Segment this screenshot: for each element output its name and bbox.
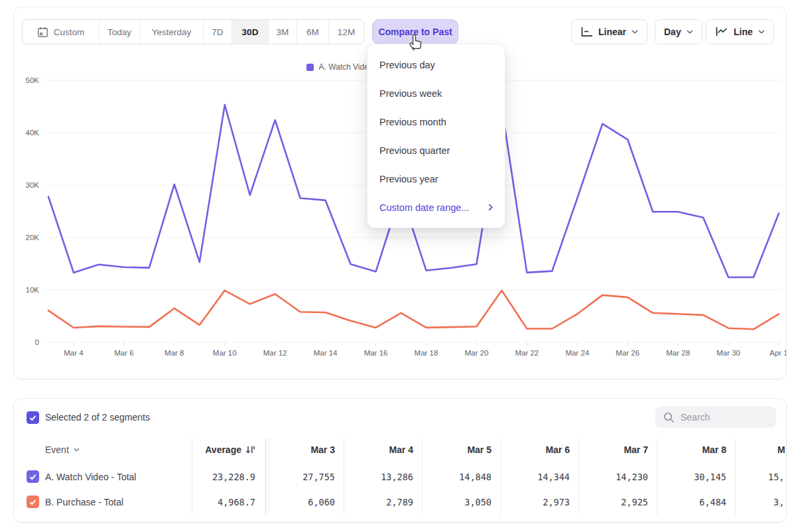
value-cell-clipped: 3, <box>773 496 784 509</box>
checkmark-icon <box>29 474 36 480</box>
svg-text:Apr 1: Apr 1 <box>769 349 786 357</box>
value-cell: 2,973 <box>497 496 570 509</box>
value-cell: 30,145 <box>653 470 726 484</box>
average-cell: 23,228.9 <box>182 470 255 484</box>
svg-text:20K: 20K <box>26 233 40 241</box>
menu-item-previous-month[interactable]: Previous month <box>367 107 505 136</box>
row-checkbox-watch-video[interactable] <box>27 470 39 483</box>
menu-item-previous-week[interactable]: Previous week <box>367 79 505 107</box>
menu-item-previous-quarter[interactable]: Previous quarter <box>367 136 505 165</box>
svg-text:Mar 12: Mar 12 <box>263 349 287 357</box>
date-column-header[interactable]: Mar 6 <box>497 443 570 456</box>
row-checkbox-purchase[interactable] <box>27 496 39 508</box>
value-cell: 13,286 <box>340 470 413 484</box>
value-cell: 2,925 <box>575 496 648 509</box>
svg-text:Mar 22: Mar 22 <box>515 349 539 357</box>
svg-text:Mar 26: Mar 26 <box>616 349 639 357</box>
menu-item-custom-date-range[interactable]: Custom date range... <box>367 193 505 222</box>
svg-text:Mar 14: Mar 14 <box>314 349 338 357</box>
value-cell: 3,050 <box>419 496 492 509</box>
svg-text:10K: 10K <box>26 286 40 294</box>
date-column-header[interactable]: Mar 4 <box>340 443 413 456</box>
svg-text:Mar 30: Mar 30 <box>716 349 740 357</box>
chevron-down-icon <box>74 448 80 452</box>
search-icon <box>663 412 675 423</box>
svg-text:30K: 30K <box>26 181 40 189</box>
search-input[interactable] <box>681 412 767 423</box>
analytics-report-page: Custom Today Yesterday 7D 30D 3M 6M 12M … <box>0 0 796 532</box>
svg-text:Mar 4: Mar 4 <box>64 349 84 357</box>
menu-item-previous-day[interactable]: Previous day <box>367 50 505 79</box>
value-cell: 27,755 <box>262 470 335 484</box>
svg-text:Mar 16: Mar 16 <box>364 349 388 357</box>
svg-text:Mar 10: Mar 10 <box>213 349 237 357</box>
svg-text:Mar 8: Mar 8 <box>165 349 184 357</box>
value-cell: 2,789 <box>340 496 413 509</box>
date-column-header[interactable]: Mar 5 <box>419 443 492 456</box>
value-cell: 14,344 <box>497 470 570 484</box>
checkmark-icon <box>29 499 36 505</box>
average-column-header[interactable]: Average <box>149 443 255 456</box>
selected-segments-label: Selected 2 of 2 segments <box>45 411 150 424</box>
date-column-header[interactable]: Mar 8 <box>653 443 726 456</box>
svg-text:Mar 18: Mar 18 <box>415 349 438 357</box>
checkmark-icon <box>29 415 36 421</box>
svg-text:Mar 28: Mar 28 <box>666 349 690 357</box>
value-cell-clipped: 15, <box>768 470 784 484</box>
date-column-header-clipped[interactable]: M <box>777 443 785 456</box>
select-all-checkbox[interactable] <box>27 411 39 424</box>
event-name-cell[interactable]: A. Watch Video - Total <box>45 470 136 484</box>
date-column-header[interactable]: Mar 3 <box>262 443 335 456</box>
menu-item-previous-year[interactable]: Previous year <box>367 165 505 193</box>
value-cell: 14,230 <box>575 470 648 484</box>
sort-descending-icon <box>245 445 255 454</box>
date-column-header[interactable]: Mar 7 <box>575 443 648 456</box>
svg-text:50K: 50K <box>26 76 40 84</box>
svg-text:Mar 20: Mar 20 <box>465 349 489 357</box>
value-cell: 14,848 <box>419 470 492 484</box>
value-cell: 6,484 <box>653 496 726 509</box>
compare-to-past-menu: Previous day Previous week Previous mont… <box>367 44 505 228</box>
event-name-cell[interactable]: B. Purchase - Total <box>45 496 123 509</box>
value-cell: 6,060 <box>262 496 335 509</box>
svg-text:Mar 24: Mar 24 <box>565 349 589 357</box>
search-box <box>655 407 776 428</box>
chevron-right-icon <box>488 204 493 211</box>
event-column-header[interactable]: Event <box>45 443 80 456</box>
svg-text:40K: 40K <box>26 129 40 137</box>
svg-text:0: 0 <box>35 338 39 346</box>
svg-text:Mar 6: Mar 6 <box>114 349 133 357</box>
average-cell: 4,968.7 <box>182 496 255 509</box>
